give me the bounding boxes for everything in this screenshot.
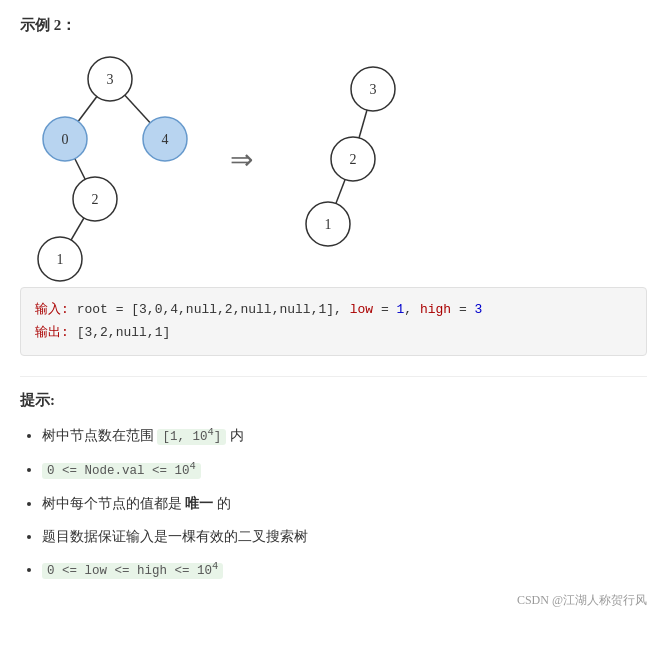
example-title: 示例 2：	[20, 16, 647, 35]
code-input-line: 输入: root = [3,0,4,null,2,null,null,1], l…	[35, 298, 632, 321]
diagram-area: 3 0 4 2 1 ⇒ 3 2	[20, 49, 647, 269]
hint-item-5: 0 <= low <= high <= 104	[42, 556, 647, 584]
right-tree-svg: 3 2 1	[283, 59, 423, 259]
hint-list: 树中节点数在范围 [1, 104] 内 0 <= Node.val <= 104…	[20, 422, 647, 584]
transform-arrow: ⇒	[230, 143, 253, 176]
input-label: 输入:	[35, 302, 69, 317]
hint-item-4: 题目数据保证输入是一棵有效的二叉搜索树	[42, 523, 647, 550]
divider	[20, 376, 647, 377]
output-value: [3,2,null,1]	[77, 325, 171, 340]
node-4-label: 4	[162, 132, 169, 147]
input-value: root = [3,0,4,null,2,null,null,1],	[77, 302, 350, 317]
node-0-label: 0	[62, 132, 69, 147]
branding: CSDN @江湖人称贺行风	[20, 592, 647, 609]
node-2-left-label: 2	[92, 192, 99, 207]
node-3-label: 3	[107, 72, 114, 87]
code-block: 输入: root = [3,0,4,null,2,null,null,1], l…	[20, 287, 647, 356]
hint-item-2: 0 <= Node.val <= 104	[42, 456, 647, 484]
hint-low-high-code: 0 <= low <= high <= 104	[42, 563, 223, 579]
hint-range-code: [1, 104]	[157, 429, 226, 445]
hint-item-1: 树中节点数在范围 [1, 104] 内	[42, 422, 647, 450]
hint-node-val-code: 0 <= Node.val <= 104	[42, 463, 201, 479]
code-output-line: 输出: [3,2,null,1]	[35, 321, 632, 344]
node-2-right-label: 2	[350, 152, 357, 167]
left-tree-svg: 3 0 4 2 1	[20, 49, 200, 269]
node-3-right-label: 3	[370, 82, 377, 97]
node-1-right-label: 1	[325, 217, 332, 232]
hints-title: 提示:	[20, 391, 647, 410]
node-1-left-label: 1	[57, 252, 64, 267]
hint-item-3: 树中每个节点的值都是 唯一 的	[42, 490, 647, 517]
output-label: 输出:	[35, 325, 69, 340]
